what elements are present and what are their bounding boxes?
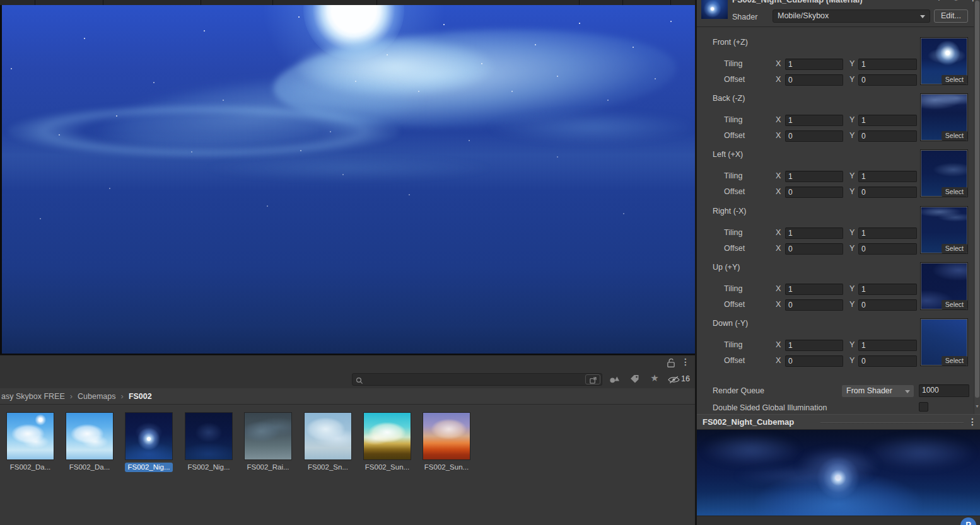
asset-item[interactable]: FS002_Rai... [238,412,298,472]
tiling-x-field[interactable]: 1 [785,284,843,295]
project-kebab-menu-icon[interactable]: ⋮ [681,357,690,368]
tiling-label: Tiling [724,284,742,293]
project-asset-grid[interactable]: FS002_Da... FS002_Da... FS002_Nig... [0,405,695,525]
asset-label: FS002_Nig... [179,463,238,472]
scene-view[interactable] [0,5,695,355]
asset-item[interactable]: FS002_Da... [60,412,119,472]
asset-item[interactable]: FS002_Da... [1,412,60,472]
unity-editor-window: ⋮ ★ 16 asy Skybox FREE › Cubemaps › FS00… [0,0,980,525]
offset-x-field[interactable]: 0 [785,187,843,198]
select-texture-button[interactable]: Select [942,187,967,197]
face-texture-thumbnail[interactable]: Select [921,150,967,197]
offset-y-field[interactable]: 0 [858,187,917,198]
scrollbar-thumb[interactable] [975,1,979,398]
breadcrumb-current[interactable]: FS002 [129,392,152,401]
offset-x-field[interactable]: 0 [785,74,843,86]
face-texture-thumbnail[interactable]: Select [921,207,967,253]
axis-y-label: Y [849,284,855,293]
breadcrumb-separator-icon: › [121,391,124,401]
asset-label: FS002_Rai... [238,463,298,472]
tiling-label: Tiling [724,340,742,349]
axis-y-label: Y [849,300,855,309]
tiling-y-field[interactable]: 1 [858,228,917,239]
select-texture-button[interactable]: Select [942,244,967,253]
asset-thumbnail[interactable] [304,412,352,460]
render-queue-label: Render Queue [713,386,764,395]
face-texture-thumbnail[interactable]: Select [921,319,967,366]
face-section-title: Right (-X) [713,207,746,216]
offset-y-field[interactable]: 0 [858,130,917,142]
asset-thumbnail[interactable] [244,412,292,460]
open-search-window-icon[interactable] [585,374,600,384]
select-texture-button[interactable]: Select [942,356,967,366]
asset-item[interactable]: FS002_Sun... [417,412,476,472]
tiling-x-field[interactable]: 1 [785,340,843,351]
offset-y-field[interactable]: 0 [858,299,917,311]
inspector-panel: FS002_Night_Cubemap (Material) ? ⚙ ⋮ Sha… [697,0,980,525]
select-texture-button[interactable]: Select [942,75,967,84]
asset-thumbnail[interactable] [125,412,173,460]
search-field[interactable] [352,373,602,386]
breadcrumb-folder[interactable]: Cubemaps [78,392,115,401]
offset-y-field[interactable]: 0 [858,74,917,86]
window-tab-strip[interactable] [0,0,695,5]
double-sided-gi-label: Double Sided Global Illumination [713,403,827,412]
axis-y-label: Y [849,356,855,365]
select-texture-button[interactable]: Select [942,300,967,309]
asset-item[interactable]: FS002_Sn... [298,412,358,472]
shader-edit-button[interactable]: Edit... [934,9,968,23]
tiling-x-field[interactable]: 1 [785,115,843,126]
presets-icon[interactable]: ⚙ [951,0,961,4]
cubemap-preview-image[interactable] [697,430,980,516]
star-field [2,5,695,354]
shader-dropdown[interactable]: Mobile/Skybox [773,9,930,23]
offset-label: Offset [724,300,745,309]
axis-x-label: X [776,131,781,140]
face-texture-thumbnail[interactable]: Select [921,38,967,84]
tiling-x-field[interactable]: 1 [785,228,843,239]
double-sided-gi-checkbox[interactable] [919,402,928,412]
offset-x-field[interactable]: 0 [785,130,843,142]
offset-x-field[interactable]: 0 [785,355,843,367]
asset-thumbnail[interactable] [363,412,411,460]
tiling-y-field[interactable]: 1 [858,59,917,70]
asset-thumbnail[interactable] [66,412,114,460]
preview-drag-handle[interactable] [820,422,964,424]
preview-kebab-menu-icon[interactable]: ⋮ [968,417,977,427]
render-queue-value-field[interactable]: 1000 [919,384,969,397]
help-icon[interactable]: ? [934,0,944,4]
asset-item[interactable]: FS002_Nig... [179,412,238,472]
tiling-y-field[interactable]: 1 [858,115,917,126]
filter-by-label-icon[interactable] [627,374,641,386]
asset-item[interactable]: FS002_Sun... [358,412,417,472]
asset-thumbnail[interactable] [185,412,233,460]
axis-y-label: Y [849,244,855,253]
tiling-x-field[interactable]: 1 [785,171,843,182]
preview-header[interactable]: FS002_Night_Cubemap ⋮ [697,414,980,430]
breadcrumb-root[interactable]: asy Skybox FREE [1,392,65,401]
tiling-x-field[interactable]: 1 [785,59,843,70]
axis-x-label: X [776,59,781,68]
face-texture-thumbnail[interactable]: Select [921,94,967,141]
inspector-scrollbar[interactable]: ▼ [974,0,980,414]
offset-y-field[interactable]: 0 [858,243,917,255]
tiling-y-field[interactable]: 1 [858,171,917,182]
filter-by-type-icon[interactable] [607,374,621,386]
search-input[interactable] [366,374,580,385]
asset-thumbnail[interactable] [6,412,54,460]
tiling-y-field[interactable]: 1 [858,340,917,351]
select-texture-button[interactable]: Select [942,131,967,141]
asset-item[interactable]: FS002_Nig... [119,412,178,472]
hidden-items-eye-icon[interactable] [667,375,680,386]
offset-x-field[interactable]: 0 [785,299,843,311]
scrollbar-down-arrow-icon[interactable]: ▼ [974,404,980,408]
offset-x-field[interactable]: 0 [785,243,843,255]
face-texture-thumbnail[interactable]: Select [921,263,967,309]
render-queue-dropdown[interactable]: From Shader [841,384,914,398]
lock-icon[interactable] [666,358,677,369]
offset-y-field[interactable]: 0 [858,355,917,367]
tiling-y-field[interactable]: 1 [858,284,917,295]
favorites-star-icon[interactable]: ★ [648,372,662,384]
asset-thumbnail[interactable] [423,412,470,460]
preview-cloud [701,434,802,466]
